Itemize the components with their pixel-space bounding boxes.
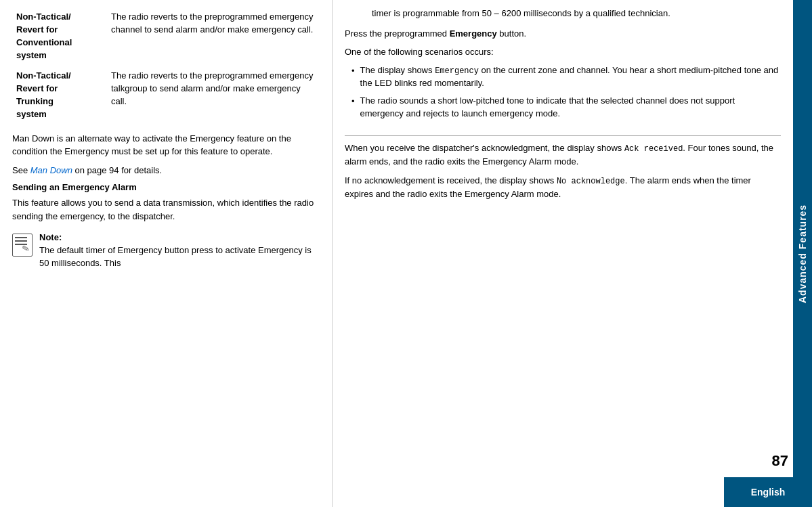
content-trunking: The radio reverts to the preprogrammed e… [107, 66, 320, 125]
left-column: Non-Tactical/Revert forConventionalsyste… [0, 0, 332, 507]
label-trunking: Non-Tactical/Revert forTrunkingsystem [12, 66, 107, 125]
press-prefix: Press the preprogrammed [345, 28, 450, 39]
ack-para: When you receive the dispatcher's acknow… [345, 141, 781, 169]
emergency-bold: Emergency [450, 28, 497, 39]
timer-text: timer is programmable from 50 – 6200 mil… [372, 7, 781, 20]
right-column: timer is programmable from 50 – 6200 mil… [332, 0, 793, 507]
man-down-see-text: See [12, 165, 30, 175]
page-number: 87 [772, 452, 788, 470]
bullet-dot-1: • [351, 65, 355, 90]
note-title: Note: [39, 232, 320, 242]
label-conventional: Non-Tactical/Revert forConventionalsyste… [12, 7, 107, 66]
main-content: Non-Tactical/Revert forConventionalsyste… [0, 0, 812, 507]
scenarios-intro: One of the following scenarios occurs: [345, 45, 781, 59]
bullet-list: • The display shows Emergency on the cur… [351, 64, 781, 125]
table-row-trunking: Non-Tactical/Revert forTrunkingsystem Th… [12, 66, 320, 125]
bullet-dot-2: • [351, 95, 355, 120]
no-ack-code: No acknowledge [557, 177, 625, 186]
bullet-item-1: • The display shows Emergency on the cur… [351, 64, 781, 90]
note-content: Note: The default timer of Emergency but… [39, 232, 320, 270]
english-badge: English [724, 477, 812, 507]
pencil-icon: ✎ [21, 243, 31, 255]
bullet-text-2: The radio sounds a short low-pitched ton… [360, 95, 781, 120]
table-row-conventional: Non-Tactical/Revert forConventionalsyste… [12, 7, 320, 66]
press-suffix: button. [497, 28, 526, 39]
content-conventional: The radio reverts to the preprogrammed e… [107, 7, 320, 66]
dispatcher-para: This feature allows you to send a data t… [12, 196, 320, 223]
bullet-item-2: • The radio sounds a short low-pitched t… [351, 95, 781, 120]
divider [345, 135, 781, 136]
section-heading-emergency-alarm: Sending an Emergency Alarm [12, 182, 320, 192]
no-ack-para: If no acknowledgement is received, the d… [345, 174, 781, 201]
bottom-bar: English [0, 477, 812, 507]
man-down-para1: Man Down is an alternate way to activate… [12, 132, 320, 158]
man-down-page-text: on page 94 for details. [72, 165, 162, 175]
man-down-link[interactable]: Man Down [30, 165, 72, 175]
bullet-text-1: The display shows Emergency on the curre… [360, 64, 781, 90]
note-text: The default timer of Emergency button pr… [39, 244, 320, 270]
man-down-para2: See Man Down on page 94 for details. [12, 164, 320, 177]
press-emergency-para: Press the preprogrammed Emergency button… [345, 27, 781, 41]
no-ack-prefix: If no acknowledgement is received, the d… [345, 175, 557, 185]
ack-code: Ack received [624, 144, 683, 154]
note-box: ✎ Note: The default timer of Emergency b… [12, 232, 320, 270]
side-tab-advanced-features: Advanced Features [793, 0, 812, 507]
emergency-code: Emergency [435, 66, 479, 76]
ack-prefix: When you receive the dispatcher's acknow… [345, 143, 624, 153]
info-table: Non-Tactical/Revert forConventionalsyste… [12, 7, 320, 125]
note-icon: ✎ [12, 234, 33, 257]
